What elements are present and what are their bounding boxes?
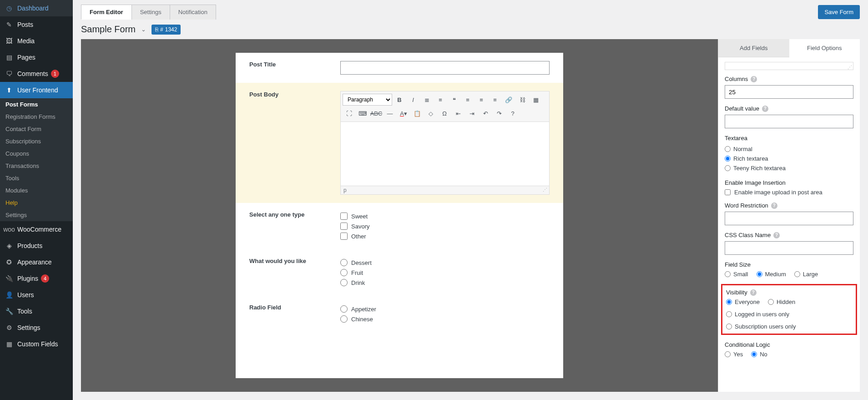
outdent-icon[interactable]: ⇤ <box>452 107 464 120</box>
tab-add-fields[interactable]: Add Fields <box>718 39 789 57</box>
option-subscription-users-only[interactable]: Subscription users only <box>726 323 796 330</box>
form-id-badge[interactable]: ⎘ #1342 <box>151 25 181 35</box>
hr-icon[interactable]: — <box>384 107 396 120</box>
special-char-icon[interactable]: Ω <box>438 107 451 120</box>
sidebar-item-comments[interactable]: 🗨Comments1 <box>0 66 73 82</box>
submenu-subscriptions[interactable]: Subscriptions <box>0 135 73 147</box>
sidebar-item-plugins[interactable]: 🔌Plugins4 <box>0 270 73 287</box>
align-right-icon[interactable]: ≡ <box>489 93 501 106</box>
align-center-icon[interactable]: ≡ <box>475 93 488 106</box>
option-normal[interactable]: Normal <box>725 144 853 154</box>
radio-option[interactable]: Drink <box>340 278 550 288</box>
fullscreen-icon[interactable]: ⛶ <box>343 107 355 120</box>
sidebar-item-products[interactable]: ◈Products <box>0 238 73 254</box>
image-upload-checkbox[interactable]: Enable image upload in post area <box>725 189 853 196</box>
help-icon[interactable]: ? <box>506 107 519 120</box>
unlink-icon[interactable]: ⛓ <box>516 93 529 106</box>
tab-field-options[interactable]: Field Options <box>789 39 860 57</box>
option-yes[interactable]: Yes <box>725 351 743 358</box>
bullet-list-icon[interactable]: ≣ <box>420 93 433 106</box>
option-medium[interactable]: Medium <box>757 271 786 278</box>
help-icon[interactable]: ? <box>751 76 757 82</box>
submenu-registration-forms[interactable]: Registration Forms <box>0 111 73 123</box>
css-class-input[interactable] <box>725 241 853 255</box>
option-everyone[interactable]: Everyone <box>726 299 760 305</box>
submenu-settings[interactable]: Settings <box>0 209 73 221</box>
paragraph-select[interactable]: Paragraph <box>343 94 392 106</box>
option-teeny-rich-textarea[interactable]: Teeny Rich textarea <box>725 163 853 173</box>
sidebar-item-media[interactable]: 🖾Media <box>0 33 73 49</box>
checkbox-option[interactable]: Other <box>340 231 550 241</box>
word-restriction-input[interactable] <box>725 212 853 225</box>
default-value-input[interactable] <box>725 115 853 128</box>
columns-input[interactable] <box>725 85 853 99</box>
field-size-label: Field Size <box>725 261 751 268</box>
radio-option[interactable]: Fruit <box>340 268 550 278</box>
field-checkbox[interactable]: Select any one type SweetSavoryOther <box>236 203 563 249</box>
field-options-body[interactable]: ⋰ Columns? Default value? Textarea Norma… <box>718 57 860 392</box>
sidebar-item-custom-fields[interactable]: ▦Custom Fields <box>0 336 73 352</box>
submenu-post-forms[interactable]: Post Forms <box>0 98 73 111</box>
chevron-down-icon[interactable]: ⌄ <box>141 26 146 33</box>
submenu-transactions[interactable]: Transactions <box>0 160 73 172</box>
radio-option[interactable]: Appetizer <box>340 304 550 314</box>
tab-settings[interactable]: Settings <box>131 5 170 20</box>
sidebar-item-user-frontend[interactable]: ⬆User Frontend <box>0 82 73 98</box>
more-icon[interactable]: ▦ <box>530 93 542 106</box>
toolbar-toggle-icon[interactable]: ⌨ <box>356 107 369 120</box>
submenu-coupons[interactable]: Coupons <box>0 147 73 160</box>
sidebar-item-dashboard[interactable]: ◷Dashboard <box>0 0 73 16</box>
resize-grip-icon[interactable]: ⋰ <box>543 187 546 193</box>
submenu-tools[interactable]: Tools <box>0 172 73 184</box>
quote-icon[interactable]: ❝ <box>448 93 460 106</box>
paste-icon[interactable]: 📋 <box>411 107 424 120</box>
italic-icon[interactable]: I <box>407 93 419 106</box>
custom-fields-icon: ▦ <box>5 339 14 349</box>
option-rich-textarea[interactable]: Rich textarea <box>725 154 853 163</box>
radio-option[interactable]: Chinese <box>340 314 550 324</box>
sidebar-item-users[interactable]: 👤Users <box>0 287 73 303</box>
checkbox-option[interactable]: Savory <box>340 221 550 231</box>
tab-form-editor[interactable]: Form Editor <box>81 5 132 20</box>
option-hidden[interactable]: Hidden <box>768 299 795 305</box>
indent-icon[interactable]: ⇥ <box>465 107 478 120</box>
editor-body[interactable] <box>341 122 549 186</box>
checkbox-option[interactable]: Sweet <box>340 211 550 221</box>
field-radio-2[interactable]: Radio Field AppetizerChinese <box>236 296 563 332</box>
option-small[interactable]: Small <box>725 271 748 278</box>
redo-icon[interactable]: ↷ <box>493 107 505 120</box>
form-canvas[interactable]: Post Title Post Body Paragraph B I <box>81 39 718 392</box>
help-icon[interactable]: ? <box>771 203 777 209</box>
sidebar-item-settings[interactable]: ⚙Settings <box>0 319 73 336</box>
post-title-input[interactable] <box>340 61 550 75</box>
clear-format-icon[interactable]: ◇ <box>424 107 437 120</box>
bold-icon[interactable]: B <box>393 93 406 106</box>
strikethrough-icon[interactable]: ABC <box>370 107 383 120</box>
sidebar-item-tools[interactable]: 🔧Tools <box>0 303 73 319</box>
help-icon[interactable]: ? <box>762 106 768 112</box>
link-icon[interactable]: 🔗 <box>502 93 515 106</box>
align-left-icon[interactable]: ≡ <box>461 93 474 106</box>
save-form-button[interactable]: Save Form <box>818 5 860 19</box>
sidebar-item-pages[interactable]: ▤Pages <box>0 49 73 66</box>
radio-option[interactable]: Dessert <box>340 258 550 268</box>
submenu-help[interactable]: Help <box>0 197 73 209</box>
option-no[interactable]: No <box>751 351 767 358</box>
undo-icon[interactable]: ↶ <box>479 107 492 120</box>
field-post-body[interactable]: Post Body Paragraph B I ≣ ≡ ❝ <box>236 83 563 203</box>
field-post-title[interactable]: Post Title <box>236 53 563 83</box>
submenu-contact-form[interactable]: Contact Form <box>0 123 73 135</box>
text-color-icon[interactable]: A▾ <box>397 107 410 120</box>
submenu-modules[interactable]: Modules <box>0 184 73 197</box>
help-icon[interactable]: ? <box>750 289 757 296</box>
option-logged-in-users-only[interactable]: Logged in users only <box>726 311 789 318</box>
sidebar-item-posts[interactable]: ✎Posts <box>0 16 73 33</box>
option-large[interactable]: Large <box>794 271 818 278</box>
columns-label: Columns <box>725 76 748 82</box>
sidebar-item-woocommerce[interactable]: wooWooCommerce <box>0 221 73 238</box>
number-list-icon[interactable]: ≡ <box>434 93 447 106</box>
field-radio-1[interactable]: What would you like DessertFruitDrink <box>236 249 563 296</box>
help-icon[interactable]: ? <box>773 232 780 238</box>
sidebar-item-appearance[interactable]: ✪Appearance <box>0 254 73 270</box>
tab-notification[interactable]: Notification <box>170 5 216 20</box>
